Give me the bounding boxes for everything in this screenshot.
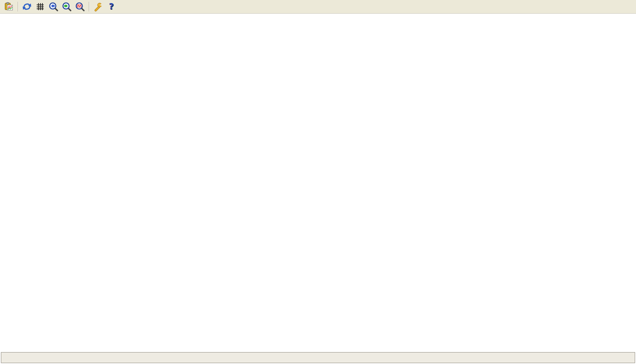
refresh-icon bbox=[22, 2, 32, 11]
copy-to-clipboard-button[interactable] bbox=[3, 1, 15, 12]
configure-button[interactable] bbox=[92, 1, 104, 12]
copy-plot-icon bbox=[4, 2, 14, 11]
wrench-icon bbox=[93, 2, 103, 11]
magnifier-plot-icon bbox=[75, 2, 85, 11]
zoom-previous-button[interactable] bbox=[47, 1, 60, 12]
question-mark-icon: ? ? bbox=[106, 2, 116, 11]
zoom-next-button[interactable] bbox=[61, 1, 73, 12]
autoscale-button[interactable] bbox=[74, 1, 86, 12]
svg-text:?: ? bbox=[109, 2, 114, 11]
grid-icon bbox=[35, 2, 45, 11]
toolbar-separator bbox=[18, 2, 18, 11]
status-bar bbox=[1, 352, 635, 363]
echo-chart[interactable] bbox=[0, 85, 636, 222]
excitation-signal-chart[interactable] bbox=[0, 15, 636, 85]
magnifier-left-arrow-icon bbox=[49, 2, 58, 11]
plot-area bbox=[0, 14, 636, 352]
help-button[interactable]: ? ? bbox=[105, 1, 117, 12]
correlation-chart[interactable] bbox=[0, 222, 636, 352]
toolbar: ? ? bbox=[0, 0, 636, 14]
replot-button[interactable] bbox=[21, 1, 33, 12]
toolbar-separator bbox=[89, 2, 89, 11]
magnifier-right-arrow-icon bbox=[62, 2, 72, 11]
toggle-grid-button[interactable] bbox=[34, 1, 46, 12]
